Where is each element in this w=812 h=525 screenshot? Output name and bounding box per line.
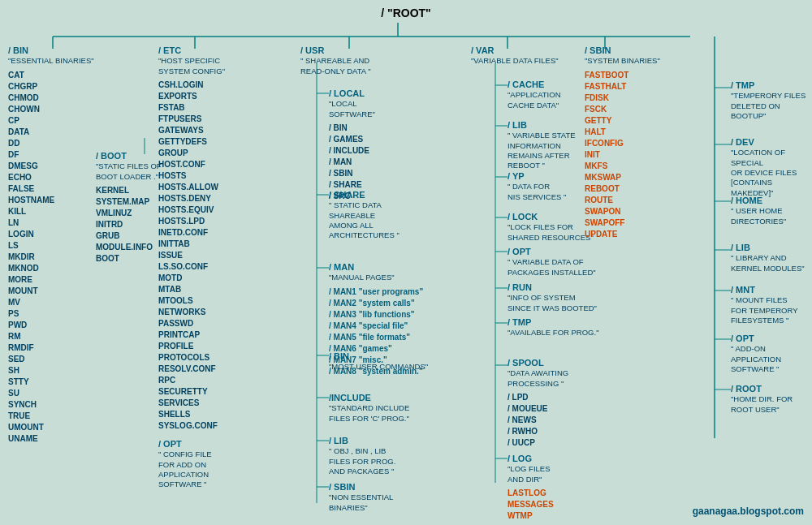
tmp-desc: "TEMPERORY FILESDELETED ON BOOTUP": [731, 91, 812, 121]
bin-desc: "ESSENTIAL BINARIES": [8, 56, 94, 66]
sbin-files: FASTBOOTFASTHALTFDISKFSCKGETTYHALTIFCONF…: [585, 70, 660, 240]
usr-desc: " SHAREABLE ANDREAD-ONLY DATA ": [300, 56, 371, 76]
var-label: / VAR: [471, 45, 559, 56]
boot-desc: "STATIC FILES OFBOOT LOADER .": [96, 161, 162, 182]
usr-man-label: / MAN: [329, 261, 423, 273]
var-cache-label: / CACHE: [508, 79, 561, 90]
sbin-label: / SBIN: [585, 45, 660, 56]
usr-lib-desc: " OBJ , BIN , LIBFILES FOR PROG.AND PACK…: [329, 446, 395, 476]
root-home-label: / ROOT: [731, 383, 793, 394]
usr-lib-node: / LIB " OBJ , BIN , LIBFILES FOR PROG.AN…: [329, 435, 395, 480]
var-lock-desc: "LOCK FILES FORSHARED RESOURCES": [508, 222, 594, 243]
bin-files: CATCHGRPCHMODCHOWNCPDATADDDFDMESGECHOFAL…: [8, 70, 94, 445]
var-yp-label: / YP: [508, 170, 566, 182]
boot-files: KERNELSYSTEM.MAPVMLINUZINITRDGRUBMODULE.…: [96, 185, 162, 265]
mnt-node: / MNT " MOUNT FILESFOR TEMPERORYFILESYST…: [731, 284, 798, 329]
usr-node: / USR " SHAREABLE ANDREAD-ONLY DATA ": [300, 45, 371, 80]
var-node: / VAR "VARIABLE DATA FILES": [471, 45, 559, 70]
page: / "ROOT" / BIN "ESSENTIAL BINARIES" CATC…: [0, 0, 812, 525]
var-yp-node: / YP " DATA FORNIS SERVICES ": [508, 170, 566, 205]
var-log-label: / LOG: [508, 453, 554, 464]
usr-bin-label: / BIN: [329, 351, 428, 362]
var-run-node: / RUN "INFO OF SYSTEMSINCE IT WAS BOOTED…: [508, 282, 597, 316]
bin-label: / BIN: [8, 45, 94, 56]
mnt-label: / MNT: [731, 284, 798, 295]
lib-node: / LIB " LIBRARY ANDKERNEL MODULES": [731, 242, 805, 277]
opt-label: / OPT: [731, 333, 812, 344]
tmp-node: / TMP "TEMPERORY FILESDELETED ON BOOTUP": [731, 80, 812, 124]
usr-local-desc: "LOCALSOFTWARE": [329, 99, 375, 119]
var-run-label: / RUN: [508, 282, 597, 293]
usr-include-label: /INCLUDE: [329, 392, 409, 403]
home-desc: " USER HOMEDIRECTORIES": [731, 206, 786, 226]
dev-label: / DEV: [731, 136, 812, 148]
var-spool-desc: "DATA AWAITINGPROCESSING ": [508, 368, 568, 389]
usr-sbin-label: / SBIN: [329, 481, 393, 493]
etc-files: CSH.LOGINEXPORTSFSTABFTPUSERSGATEWAYSGET…: [158, 80, 225, 432]
usr-include-desc: "STANDARD INCLUDEFILES FOR 'C' PROG.": [329, 403, 409, 424]
lib-label: / LIB: [731, 242, 805, 253]
sbin-node: / SBIN "SYSTEM BINARIES" FASTBOOTFASTHAL…: [585, 45, 660, 240]
dev-desc: "LOCATION OF SPECIALOR DEVICE FILES[CONT…: [731, 148, 812, 198]
home-label: / HOME: [731, 195, 786, 206]
var-lib-desc: " VARIABLE STATEINFORMATIONREMAINS AFTER…: [508, 131, 576, 170]
usr-share-node: / SHARE " STATIC DATASHAREABLEAMONG ALLA…: [329, 189, 400, 244]
var-spool-node: / SPOOL "DATA AWAITINGPROCESSING " / LPD…: [508, 357, 568, 449]
usr-man-desc: "MANUAL PAGES": [329, 273, 423, 282]
var-opt-desc: " VARIABLE DATA OFPACKAGES INSTALLED": [508, 257, 596, 278]
sbin-desc: "SYSTEM BINARIES": [585, 56, 660, 66]
opt-node: / OPT " ADD-ON APPLICATIONSOFTWARE ": [731, 333, 812, 377]
etc-label: / ETC: [158, 45, 225, 56]
var-log-node: / LOG "LOG FILESAND DIR" LASTLOGMESSAGES…: [508, 453, 554, 522]
root-title: / "ROOT": [0, 6, 812, 19]
usr-lib-label: / LIB: [329, 435, 395, 446]
var-lib-node: / LIB " VARIABLE STATEINFORMATIONREMAINS…: [508, 119, 576, 174]
usr-local-node: / LOCAL "LOCALSOFTWARE" / BIN/ GAMES/ IN…: [329, 88, 375, 202]
boot-label: / BOOT: [96, 150, 162, 161]
usr-bin-node: / BIN "MOST USER COMMANDS": [329, 351, 428, 376]
tmp-label: / TMP: [731, 80, 812, 91]
var-cache-node: / CACHE "APPLICATIONCACHE DATA": [508, 79, 561, 114]
mnt-desc: " MOUNT FILESFOR TEMPERORYFILESYSTEMS ": [731, 295, 798, 325]
boot-node: / BOOT "STATIC FILES OFBOOT LOADER ." KE…: [96, 150, 162, 265]
usr-include-node: /INCLUDE "STANDARD INCLUDEFILES FOR 'C' …: [329, 392, 409, 427]
dev-node: / DEV "LOCATION OF SPECIALOR DEVICE FILE…: [731, 136, 812, 201]
var-tmp-desc: "AVAILABLE FOR PROG.": [508, 328, 599, 338]
var-log-files: LASTLOGMESSAGESWTMP: [508, 488, 554, 522]
root-home-node: / ROOT "HOME DIR. FORROOT USER": [731, 383, 793, 418]
var-spool-files: / LPD/ MOUEUE/ NEWS/ RWHO/ UUCP: [508, 392, 568, 449]
etc-node: / ETC "HOST SPECIFICSYSTEM CONFIG" CSH.L…: [158, 45, 225, 493]
var-desc: "VARIABLE DATA FILES": [471, 56, 559, 66]
usr-local-label: / LOCAL: [329, 88, 375, 99]
var-cache-desc: "APPLICATIONCACHE DATA": [508, 90, 561, 110]
home-node: / HOME " USER HOMEDIRECTORIES": [731, 195, 786, 230]
lib-desc: " LIBRARY ANDKERNEL MODULES": [731, 253, 805, 273]
watermark: gaanagaa.blogspot.com: [693, 506, 804, 517]
var-tmp-node: / TMP "AVAILABLE FOR PROG.": [508, 316, 599, 342]
var-yp-desc: " DATA FORNIS SERVICES ": [508, 182, 566, 202]
bin-node: / BIN "ESSENTIAL BINARIES" CATCHGRPCHMOD…: [8, 45, 94, 445]
usr-share-label: / SHARE: [329, 189, 400, 200]
var-opt-node: / OPT " VARIABLE DATA OFPACKAGES INSTALL…: [508, 246, 596, 281]
var-opt-label: / OPT: [508, 246, 596, 257]
opt-desc: " ADD-ON APPLICATIONSOFTWARE ": [731, 344, 812, 374]
etc-opt-desc: " CONFIG FILEFOR ADD ONAPPLICATIONSOFTWA…: [158, 450, 225, 489]
usr-sbin-node: / SBIN "NON ESSENTIALBINARIES": [329, 481, 393, 516]
var-log-desc: "LOG FILESAND DIR": [508, 464, 554, 484]
var-lib-label: / LIB: [508, 119, 576, 131]
etc-opt-node: / OPT " CONFIG FILEFOR ADD ONAPPLICATION…: [158, 438, 225, 490]
usr-share-desc: " STATIC DATASHAREABLEAMONG ALLARCHITECT…: [329, 200, 400, 240]
usr-bin-desc: "MOST USER COMMANDS": [329, 362, 428, 372]
etc-desc: "HOST SPECIFICSYSTEM CONFIG": [158, 56, 225, 76]
var-tmp-label: / TMP: [508, 316, 599, 328]
usr-label: / USR: [300, 45, 371, 56]
usr-sbin-desc: "NON ESSENTIALBINARIES": [329, 493, 393, 513]
root-home-desc: "HOME DIR. FORROOT USER": [731, 394, 793, 415]
var-lock-label: / LOCK: [508, 211, 594, 222]
var-run-desc: "INFO OF SYSTEMSINCE IT WAS BOOTED": [508, 293, 597, 313]
var-spool-label: / SPOOL: [508, 357, 568, 368]
var-lock-node: / LOCK "LOCK FILES FORSHARED RESOURCES": [508, 211, 594, 246]
etc-opt-label: / OPT: [158, 438, 225, 450]
